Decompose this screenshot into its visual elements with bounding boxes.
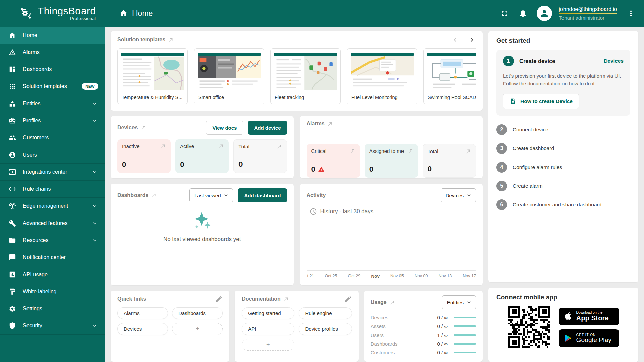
sidebar-item-settings[interactable]: Settings [0,300,105,317]
add-quick-link-button[interactable]: + [172,323,223,335]
sidebar-item-entities[interactable]: Entities [0,95,105,112]
new-badge: NEW [82,83,98,90]
devices-active-card[interactable]: Active 0 [175,139,229,173]
edit-pencil-icon[interactable] [344,295,352,303]
devices-total-card[interactable]: Total 0 [233,139,287,173]
thingsboard-logo[interactable]: ThingsBoard Professional [18,6,96,21]
open-link-icon[interactable] [141,125,146,131]
template-card-smart-office[interactable]: Smart office [194,48,264,104]
usage-row-devices: Devices0 / ∞ [371,315,476,320]
add-dashboard-button[interactable]: Add dashboard [238,188,287,202]
get-started-step-3[interactable]: 3 Create dashboard [496,143,630,154]
more-menu-icon[interactable] [627,9,635,18]
user-info[interactable]: johndoe@thingsboard.io Tenant administra… [559,6,617,21]
clock-icon [310,208,317,215]
template-card-label: Fleet tracking [274,91,337,104]
devices-inactive-card[interactable]: Inactive 0 [117,139,171,173]
category-icon [9,100,16,107]
sidebar-item-advanced-features[interactable]: Advanced features [0,215,105,232]
open-link-icon[interactable] [283,296,289,302]
usage-row-users: Users1 / ∞ [371,332,476,338]
google-play-badge[interactable]: GET IT ON Google Play [559,329,619,347]
view-docs-button[interactable]: View docs [206,121,243,135]
get-started-title: Get started [496,37,630,44]
template-thumbnail [274,52,337,91]
chevron-down-icon [91,203,98,209]
sidebar-item-notification-center[interactable]: Notification center [0,249,105,266]
sidebar-item-customers[interactable]: Customers [0,129,105,146]
open-link-icon[interactable] [168,37,174,43]
quick-link-devices[interactable]: Devices [117,323,168,335]
get-started-step-4[interactable]: 4 Configure alarm rules [496,162,630,173]
devices-active-count: 0 [180,160,224,169]
app-store-badge[interactable]: Download on the App Store [559,308,619,325]
notifications-bell-icon[interactable] [519,9,527,18]
template-card-fleet-tracking[interactable]: Fleet tracking [270,48,341,104]
documentation-panel: Documentation Getting started Rule engin… [235,291,358,362]
sidebar-item-rule-chains[interactable]: Rule chains [0,181,105,198]
doc-link-rule-engine[interactable]: Rule engine [299,307,352,319]
add-device-button[interactable]: Add device [248,121,287,135]
doc-link-api[interactable]: API [241,323,294,335]
avatar[interactable] [537,6,552,21]
alarms-assigned-card[interactable]: Assigned to me 0 [365,144,418,178]
sidebar-item-white-labeling[interactable]: White labeling [0,283,105,300]
sidebar-item-resources[interactable]: Resources [0,232,105,249]
activity-x-axis: Oct 21 Oct 25 Oct 29 Nov Nov 05 Nov 09 N… [307,274,476,279]
brand-edition: Professional [70,16,96,21]
chevron-down-icon [91,100,98,107]
chevron-down-icon [466,192,472,199]
dashboards-filter-select[interactable]: Last viewed [189,188,233,202]
template-card-swimming-pool-scada[interactable]: Swimming Pool SCADA sy... [423,48,476,104]
quick-link-dashboards[interactable]: Dashboards [172,307,223,319]
sidebar-item-solution-templates[interactable]: Solution templates NEW [0,78,105,95]
apps-grid-icon [9,83,16,90]
get-started-step-2[interactable]: 2 Connect device [496,124,630,135]
sidebar-item-home[interactable]: Home [0,27,105,44]
thingsboard-app: ThingsBoard Professional Home johndoe@th… [0,0,644,362]
home-icon [119,9,128,18]
edit-pencil-icon[interactable] [215,295,223,303]
open-link-icon [276,144,282,149]
sidebar-item-profiles[interactable]: Profiles [0,112,105,129]
doc-link-getting-started[interactable]: Getting started [241,307,294,319]
activity-panel-title: Activity [307,192,326,198]
sidebar-item-dashboards[interactable]: Dashboards [0,61,105,78]
activity-filter-select[interactable]: Devices [441,188,476,202]
doc-link-device-profiles[interactable]: Device profiles [299,323,352,335]
how-to-create-device-button[interactable]: How to create Device [503,94,579,109]
sidebar-item-users[interactable]: Users [0,146,105,164]
template-card-fuel-level[interactable]: Fuel Level Monitoring [347,48,417,104]
step-description: Let's provision your first device to the… [503,72,624,87]
get-started-step-6[interactable]: 6 Create customer and share dashboard [496,199,630,210]
template-card-temperature-humidity[interactable]: Temperature & Humidity S... [117,48,188,104]
home-icon [9,32,16,39]
carousel-prev-icon[interactable] [451,36,459,44]
brand-name: ThingsBoard [38,6,96,16]
antenna-icon [9,202,16,210]
alarms-total-card[interactable]: Total 0 [423,144,476,178]
template-thumbnail [121,52,184,91]
add-doc-link-button[interactable]: + [241,339,294,351]
devices-link[interactable]: Devices [604,58,624,64]
fullscreen-icon[interactable] [500,9,509,18]
alarms-panel: Alarms Critical 0 [300,116,483,178]
alarms-panel-title: Alarms [307,121,333,127]
alarms-critical-card[interactable]: Critical 0 [307,144,360,178]
qr-code [508,306,551,349]
quick-link-alarms[interactable]: Alarms [117,307,168,319]
sidebar-item-api-usage[interactable]: API usage [0,266,105,283]
usage-filter-select[interactable]: Entities [442,295,476,309]
quick-links-panel: Quick links Alarms Dashboards Devices + [111,291,229,362]
sidebar-item-integrations-center[interactable]: Integrations center [0,164,105,181]
get-started-step-5[interactable]: 5 Create alarm [496,181,630,191]
usage-bar [454,317,476,318]
sidebar-item-security[interactable]: Security [0,317,105,335]
open-link-icon[interactable] [151,193,157,198]
sidebar-item-edge-management[interactable]: Edge management [0,198,105,215]
activity-panel: Activity Devices [300,184,483,285]
open-link-icon[interactable] [389,300,395,305]
carousel-next-icon[interactable] [468,36,476,44]
open-link-icon[interactable] [327,121,333,127]
sidebar-item-alarms[interactable]: Alarms [0,44,105,61]
